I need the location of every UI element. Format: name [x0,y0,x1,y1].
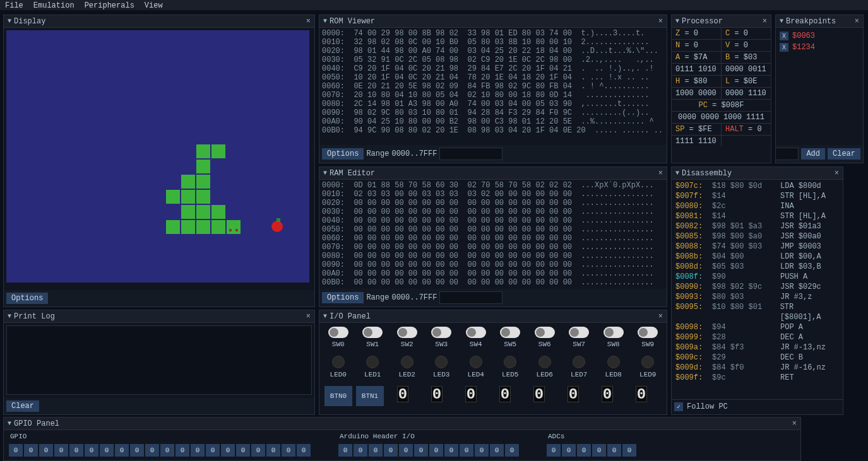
disasm-row[interactable]: $009a:$84 $f3JR #-13,nz [673,342,841,353]
disasm-row[interactable]: $007f:$14STR [HL],A [673,191,841,201]
rom-hexdump[interactable]: 0000: 74 00 29 98 00 8B 98 02 33 98 01 E… [319,28,667,136]
gpio-bit[interactable]: 0 [297,444,311,457]
adc-bit[interactable]: 0 [577,444,591,457]
gpio-bit[interactable]: 0 [54,444,68,457]
gpio-bit[interactable]: 0 [175,444,189,457]
gpio-bit[interactable]: 0 [69,444,83,457]
close-icon[interactable]: × [835,169,839,178]
rom-options-button[interactable]: Options [322,148,364,160]
disasm-row[interactable]: $0098:$94POP A [673,322,841,332]
display-options-button[interactable]: Options [6,293,48,304]
ram-range-input[interactable] [439,291,502,304]
arduino-bit[interactable]: 0 [414,444,428,457]
rom-range-input[interactable] [439,148,502,160]
menu-file[interactable]: File [5,1,23,9]
disasm-row[interactable]: $0085:$98 $00 $a0JSR $00a0 [673,231,841,242]
close-icon[interactable]: × [658,17,663,26]
disasm-row[interactable]: $0081:$14STR [HL],A [673,211,841,221]
collapse-icon[interactable]: ▼ [323,18,327,25]
arduino-bit[interactable]: 0 [338,444,352,457]
disasm-row[interactable]: $008b:$04 $00LDR $00,A [673,252,841,262]
collapse-icon[interactable]: ▼ [8,18,11,25]
arduino-bit[interactable]: 0 [444,444,458,457]
gpio-bit[interactable]: 0 [24,444,38,457]
menu-peripherals[interactable]: Peripherals [85,1,134,9]
disasm-row[interactable]: $0082:$98 $01 $a3JSR $01a3 [673,221,841,231]
switch-sw1[interactable] [362,327,383,338]
collapse-icon[interactable]: ▼ [8,420,11,427]
bp-delete-button[interactable]: X [780,43,788,52]
bp-clear-button[interactable]: Clear [828,148,860,160]
close-icon[interactable]: × [658,312,663,321]
arduino-bit[interactable]: 0 [490,444,504,457]
switch-sw3[interactable] [431,327,451,338]
close-icon[interactable]: × [306,312,311,321]
gpio-bit[interactable]: 0 [206,444,220,457]
arduino-bit[interactable]: 0 [460,444,473,457]
arduino-bit[interactable]: 0 [354,444,367,457]
close-icon[interactable]: × [306,17,311,26]
gpio-bit[interactable]: 0 [251,444,265,457]
arduino-bit[interactable]: 0 [505,444,519,457]
disasm-row[interactable]: $008f:$90PUSH A [673,272,841,282]
disasm-row[interactable]: $008d:$05 $03LDR $03,B [673,262,841,272]
gpio-bit[interactable]: 0 [266,444,280,457]
bp-delete-button[interactable]: X [780,32,788,40]
close-icon[interactable]: × [763,17,767,26]
gpio-bit[interactable]: 0 [282,444,295,457]
switch-sw9[interactable] [638,327,658,338]
adc-bit[interactable]: 0 [547,444,561,457]
switch-sw4[interactable] [466,327,486,338]
gpio-bit[interactable]: 0 [160,444,174,457]
adc-bit[interactable]: 0 [622,444,636,457]
gpio-bit[interactable]: 0 [39,444,53,457]
arduino-bit[interactable]: 0 [369,444,383,457]
io-button-btn1[interactable]: BTN1 [356,386,384,406]
collapse-icon[interactable]: ▼ [675,18,679,25]
menu-emulation[interactable]: Emulation [33,1,74,9]
disasm-row[interactable]: $0095:$10 $80 $01STR [$8001],A [673,302,841,322]
gpio-bit[interactable]: 0 [130,444,144,457]
close-icon[interactable]: × [855,17,859,26]
switch-sw7[interactable] [569,327,589,338]
gpio-bit[interactable]: 0 [221,444,235,457]
disasm-row[interactable]: $0090:$98 $02 $9cJSR $029c [673,282,841,292]
bp-addr-input[interactable] [776,148,799,160]
gpio-bit[interactable]: 0 [100,444,114,457]
arduino-bit[interactable]: 0 [475,444,489,457]
adc-bit[interactable]: 0 [607,444,621,457]
adc-bit[interactable]: 0 [592,444,606,457]
arduino-bit[interactable]: 0 [399,444,413,457]
disasm-row[interactable]: $0099:$28DEC A [673,332,841,342]
disasm-row[interactable]: $009d:$84 $f0JR #-16,nz [673,363,841,373]
disasm-row[interactable]: $007c:$18 $80 $0dLDA $800d [673,181,841,191]
disasm-row[interactable]: $0080:$2cINA [673,201,841,211]
adc-bit[interactable]: 0 [562,444,576,457]
gpio-bit[interactable]: 0 [191,444,205,457]
disassembly-list[interactable]: $007c:$18 $80 $0dLDA $800d$007f:$14STR [… [672,180,843,399]
disasm-row[interactable]: $0088:$74 $00 $03JMP $0003 [673,242,841,252]
switch-sw6[interactable] [535,327,555,338]
collapse-icon[interactable]: ▼ [780,18,783,25]
collapse-icon[interactable]: ▼ [323,313,327,320]
gpio-bit[interactable]: 0 [85,444,98,457]
arduino-bit[interactable]: 0 [384,444,398,457]
collapse-icon[interactable]: ▼ [8,313,11,320]
arduino-bit[interactable]: 0 [429,444,443,457]
switch-sw0[interactable] [328,327,348,338]
display-canvas[interactable] [6,30,309,283]
gpio-bit[interactable]: 0 [236,444,250,457]
gpio-bit[interactable]: 0 [9,444,23,457]
disasm-row[interactable]: $009c:$29DEC B [673,353,841,363]
disasm-row[interactable]: $009f:$9cRET [673,373,841,383]
switch-sw5[interactable] [500,327,520,338]
close-icon[interactable]: × [658,169,663,178]
disasm-row[interactable]: $0093:$80 $03JR #3,z [673,292,841,302]
ram-hexdump[interactable]: 0000: 0D 01 88 58 70 58 60 30 02 70 58 7… [319,180,667,288]
collapse-icon[interactable]: ▼ [323,170,327,177]
follow-pc-checkbox[interactable]: ✓ [674,402,683,411]
ram-options-button[interactable]: Options [322,292,364,303]
printlog-clear-button[interactable]: Clear [6,400,39,412]
collapse-icon[interactable]: ▼ [675,170,679,177]
menu-view[interactable]: View [145,1,163,9]
